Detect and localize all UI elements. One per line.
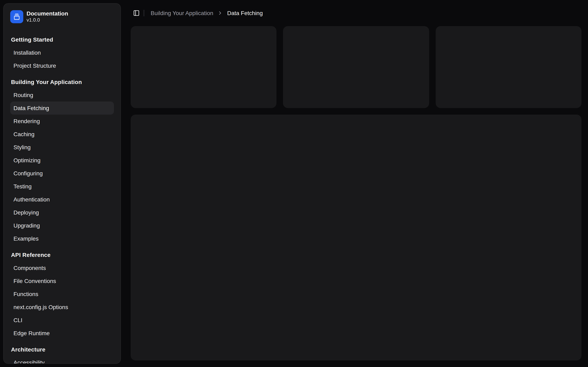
sidebar-menu: ComponentsFile ConventionsFunctionsnext.… xyxy=(10,261,114,340)
app-root: Documentation v1.0.0 Getting StartedInst… xyxy=(0,0,588,367)
sidebar-item-authentication[interactable]: Authentication xyxy=(10,193,114,206)
topbar: Building Your Application Data Fetching xyxy=(124,0,588,26)
sidebar-group-label: Building Your Application xyxy=(10,75,114,89)
placeholder-card xyxy=(131,26,277,108)
sidebar-item-project-structure[interactable]: Project Structure xyxy=(10,59,114,72)
sidebar-menu: InstallationProject Structure xyxy=(10,46,114,72)
sidebar-item-testing[interactable]: Testing xyxy=(10,180,114,193)
sidebar-item-components[interactable]: Components xyxy=(10,261,114,275)
main-area: Building Your Application Data Fetching xyxy=(124,0,588,367)
placeholder-card xyxy=(283,26,429,108)
sidebar-title-block: Documentation v1.0.0 xyxy=(26,10,68,23)
sidebar-group: ArchitectureAccessibility xyxy=(4,343,121,363)
sidebar-group: Building Your ApplicationRoutingData Fet… xyxy=(4,75,121,245)
panel-left-icon xyxy=(133,10,140,16)
sidebar-item-cli[interactable]: CLI xyxy=(10,314,114,327)
app-version: v1.0.0 xyxy=(26,17,68,23)
sidebar-group: Getting StartedInstallationProject Struc… xyxy=(4,33,121,72)
breadcrumb: Building Your Application Data Fetching xyxy=(151,10,263,16)
sidebar-group-label: Getting Started xyxy=(10,33,114,46)
header-separator xyxy=(144,10,144,16)
sidebar-group-label: API Reference xyxy=(10,248,114,261)
placeholder-card-row xyxy=(131,26,581,108)
sidebar-item-routing[interactable]: Routing xyxy=(10,89,114,101)
app-logo xyxy=(10,10,23,23)
main-content xyxy=(124,26,588,367)
app-title: Documentation xyxy=(26,10,68,17)
sidebar-header-button[interactable]: Documentation v1.0.0 xyxy=(4,4,121,30)
sidebar-item-data-fetching[interactable]: Data Fetching xyxy=(10,101,114,115)
breadcrumb-parent-link[interactable]: Building Your Application xyxy=(151,10,213,16)
sidebar-item-rendering[interactable]: Rendering xyxy=(10,115,114,128)
sidebar-group: API ReferenceComponentsFile ConventionsF… xyxy=(4,248,121,340)
sidebar-item-optimizing[interactable]: Optimizing xyxy=(10,154,114,167)
sidebar-item-styling[interactable]: Styling xyxy=(10,141,114,154)
sidebar-item-functions[interactable]: Functions xyxy=(10,287,114,300)
sidebar-item-caching[interactable]: Caching xyxy=(10,128,114,141)
sidebar-group-label: Architecture xyxy=(10,343,114,356)
sidebar-item-configuring[interactable]: Configuring xyxy=(10,167,114,180)
sidebar: Documentation v1.0.0 Getting StartedInst… xyxy=(3,3,121,364)
chevron-right-icon xyxy=(217,10,223,16)
sidebar-toggle-button[interactable] xyxy=(131,7,142,19)
sidebar-item-examples[interactable]: Examples xyxy=(10,232,114,245)
gallery-vertical-end-icon xyxy=(13,13,20,20)
sidebar-item-next-config-js-options[interactable]: next.config.js Options xyxy=(10,300,114,314)
sidebar-menu: RoutingData FetchingRenderingCachingStyl… xyxy=(10,89,114,245)
sidebar-nav: Getting StartedInstallationProject Struc… xyxy=(4,30,121,363)
breadcrumb-current: Data Fetching xyxy=(227,10,263,16)
sidebar-item-deploying[interactable]: Deploying xyxy=(10,206,114,219)
sidebar-item-upgrading[interactable]: Upgrading xyxy=(10,219,114,232)
sidebar-menu: Accessibility xyxy=(10,356,114,363)
placeholder-panel xyxy=(131,115,581,360)
sidebar-item-edge-runtime[interactable]: Edge Runtime xyxy=(10,327,114,340)
sidebar-item-installation[interactable]: Installation xyxy=(10,46,114,59)
sidebar-item-file-conventions[interactable]: File Conventions xyxy=(10,275,114,287)
sidebar-item-accessibility[interactable]: Accessibility xyxy=(10,356,114,363)
placeholder-card xyxy=(435,26,581,108)
